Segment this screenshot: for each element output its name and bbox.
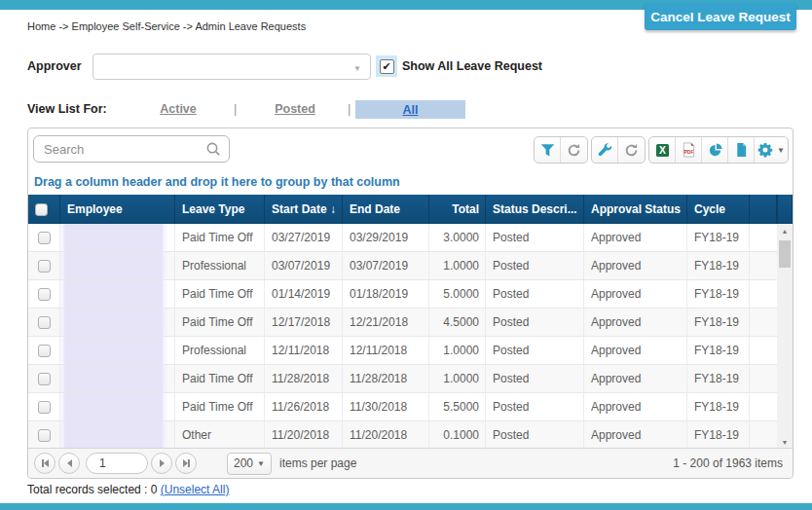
leave-type-cell: Professional [175, 252, 265, 279]
tab-active[interactable]: Active [136, 102, 220, 116]
caret-down-icon: ▼ [777, 146, 785, 155]
checkbox-icon[interactable] [38, 401, 51, 414]
table-row: Paid Time Off 11/26/2018 11/30/2018 5.50… [28, 393, 793, 421]
status-cell: Posted [486, 421, 584, 449]
last-page-button[interactable] [175, 453, 197, 474]
settings-button[interactable]: ▼ [755, 137, 788, 163]
column-header-employee[interactable]: Employee [60, 195, 175, 224]
checkbox-icon[interactable] [38, 288, 51, 301]
checkbox-icon[interactable] [38, 232, 51, 244]
wrench-icon [598, 143, 612, 158]
show-all-checkbox[interactable]: ✔ [376, 55, 397, 77]
vertical-scrollbar[interactable]: ▲ ▼ [777, 224, 793, 450]
filter-icon [540, 143, 555, 158]
export-excel-button[interactable]: X [649, 137, 676, 163]
cancel-leave-request-button[interactable]: Cancel Leave Request [645, 3, 796, 30]
column-header-status-description[interactable]: Status Descri... [486, 195, 584, 224]
leave-type-cell: Paid Time Off [175, 393, 265, 420]
row-select-checkbox[interactable] [28, 365, 60, 392]
unselect-all-link[interactable]: (Unselect All) [161, 483, 230, 496]
column-header-total[interactable]: Total [429, 195, 486, 224]
employee-cell [60, 421, 175, 449]
chart-button[interactable] [702, 137, 728, 163]
scrollbar-thumb[interactable] [779, 240, 791, 268]
next-page-button[interactable] [151, 453, 172, 474]
end-date-cell: 11/30/2018 [343, 393, 429, 420]
page-size-value: 200 [234, 456, 253, 470]
svg-text:PDF: PDF [683, 149, 693, 155]
leave-type-cell: Paid Time Off [175, 365, 265, 392]
total-cell: 4.5000 [429, 309, 486, 336]
redacted-employee-name [64, 393, 163, 420]
checkbox-icon[interactable] [38, 260, 51, 273]
excel-icon: X [655, 143, 670, 158]
refresh-icon [567, 143, 581, 158]
column-header-approval-status[interactable]: Approval Status [584, 195, 687, 224]
page-number-input[interactable] [86, 453, 148, 474]
total-cell: 1.0000 [429, 337, 486, 364]
scroll-up-icon[interactable]: ▲ [777, 228, 793, 235]
total-cell: 1.0000 [429, 252, 486, 279]
column-header-cycle[interactable]: Cycle [687, 195, 750, 224]
checkbox-icon[interactable] [38, 429, 51, 442]
tab-posted[interactable]: Posted [255, 102, 335, 116]
report-button[interactable] [728, 137, 755, 163]
row-select-checkbox[interactable] [28, 280, 60, 308]
start-date-cell: 01/14/2019 [265, 280, 343, 308]
pdf-icon: PDF [682, 142, 696, 158]
first-page-button[interactable] [34, 453, 55, 474]
row-select-checkbox[interactable] [28, 224, 60, 251]
redacted-employee-name [64, 252, 163, 279]
leave-type-cell: Paid Time Off [175, 224, 265, 251]
redacted-employee-name [64, 224, 163, 251]
tab-all-label: All [403, 103, 419, 117]
approval-cell: Approved [584, 252, 687, 279]
sort-descending-icon: ↓ [330, 202, 342, 216]
tab-separator: | [234, 101, 237, 116]
checkbox-icon[interactable] [35, 203, 48, 216]
status-cell: Posted [486, 365, 584, 392]
refresh-button[interactable] [618, 137, 645, 163]
approver-dropdown[interactable]: ▼ [92, 54, 371, 80]
checkbox-icon[interactable] [38, 373, 51, 385]
checkbox-icon[interactable] [38, 316, 51, 329]
column-header-start-date[interactable]: Start Date ↓ [265, 195, 343, 224]
approver-label: Approver [27, 59, 82, 73]
caret-down-icon: ▼ [257, 459, 265, 468]
column-header-scroll-cap [777, 195, 793, 224]
filter-group [534, 136, 588, 164]
tab-all-selected[interactable]: All [355, 100, 465, 119]
customize-button[interactable] [592, 137, 618, 163]
checkbox-icon[interactable] [38, 345, 51, 357]
row-select-checkbox[interactable] [28, 337, 60, 364]
document-icon [734, 142, 749, 158]
end-date-cell: 11/20/2018 [343, 421, 429, 449]
approval-cell: Approved [584, 224, 687, 251]
total-cell: 5.0000 [429, 280, 486, 308]
column-header-end-date[interactable]: End Date [343, 195, 429, 224]
grid-toolbar: X PDF [28, 128, 793, 171]
start-date-cell: 03/07/2019 [265, 252, 343, 279]
row-select-checkbox[interactable] [28, 309, 60, 336]
redacted-employee-name [64, 309, 163, 336]
approval-cell: Approved [584, 393, 687, 420]
previous-page-button[interactable] [58, 453, 80, 474]
admin-leave-requests-page: Cancel Leave Request Home -> Employee Se… [0, 0, 812, 510]
employee-cell [60, 224, 175, 251]
row-select-checkbox[interactable] [28, 252, 60, 279]
row-select-checkbox[interactable] [28, 393, 60, 420]
select-all-checkbox[interactable] [28, 195, 60, 224]
page-size-select[interactable]: 200 ▼ [227, 453, 272, 475]
svg-text:X: X [659, 145, 666, 156]
customize-group [591, 136, 646, 164]
column-header-leave-type[interactable]: Leave Type [175, 195, 265, 224]
export-pdf-button[interactable]: PDF [676, 137, 702, 163]
filter-refresh-button[interactable] [561, 137, 587, 163]
filter-button[interactable] [535, 137, 561, 163]
row-select-checkbox[interactable] [28, 421, 60, 449]
scroll-down-icon[interactable]: ▼ [777, 439, 793, 446]
table-row: Paid Time Off 01/14/2019 01/18/2019 5.00… [28, 280, 793, 309]
pie-chart-icon [708, 143, 722, 158]
search-input[interactable] [33, 135, 230, 163]
pagination-bar: 200 ▼ items per page 1 - 200 of 1963 ite… [28, 448, 793, 478]
